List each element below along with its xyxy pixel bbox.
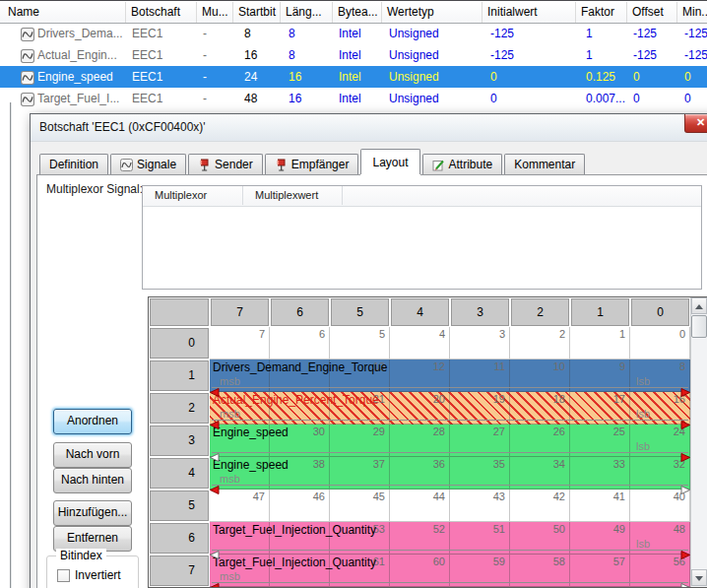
nach-vorn-button[interactable]: Nach vorn <box>53 442 132 468</box>
tab-sender[interactable]: Sender <box>188 154 263 174</box>
bit-number: 20 <box>433 393 445 405</box>
bit-cell[interactable]: 43 <box>450 490 510 522</box>
tab-attribute[interactable]: Attribute <box>422 154 503 174</box>
column-header-botschaft[interactable]: Botschaft <box>126 2 197 23</box>
bit-number: 17 <box>613 393 625 405</box>
grid-row-header: 7 <box>150 555 209 586</box>
bit-cell[interactable]: 42 <box>510 490 570 522</box>
column-header-name[interactable]: Name <box>0 2 126 23</box>
grid-column-header: 2 <box>511 298 569 326</box>
column-header-min[interactable]: Min... <box>677 2 707 23</box>
tab-signale[interactable]: Signale <box>110 154 186 174</box>
scroll-down-button[interactable] <box>691 569 707 586</box>
bit-cell[interactable]: 3 <box>450 327 510 359</box>
cell-botschaft: EEC1 <box>126 66 197 88</box>
hollow-left-marker-icon <box>210 546 220 555</box>
column-header-initialwert[interactable]: Initialwert <box>482 2 576 23</box>
tab-layout[interactable]: Layout <box>360 149 419 174</box>
cell-name: Drivers_Dema... <box>0 23 126 44</box>
tab-kommentar[interactable]: Kommentar <box>504 154 585 174</box>
bit-number: 45 <box>373 490 385 502</box>
nach-hinten-button[interactable]: Nach hinten <box>53 468 132 493</box>
bit-number: 60 <box>433 555 445 567</box>
grid-column-header: 5 <box>331 298 389 326</box>
red-left-marker-icon <box>210 416 220 425</box>
grid-column-header: 0 <box>631 298 689 326</box>
column-header-laenge[interactable]: Läng... <box>281 2 333 23</box>
multiplexor-list[interactable]: Multiplexor Multiplexwert <box>142 185 702 290</box>
column-header-mu[interactable]: Mu... <box>197 2 233 23</box>
tab-definition[interactable]: Definition <box>39 154 108 174</box>
signal-name-label[interactable]: Drivers_Demand_Engine_Torque <box>213 360 387 374</box>
cell-initialwert: 0 <box>482 66 576 88</box>
table-row[interactable]: Actual_Engin...EEC1-168IntelUnsigned-125… <box>0 44 707 66</box>
table-row[interactable]: Target_Fuel_I...EEC1-4816IntelUnsigned00… <box>0 88 707 109</box>
bit-cell[interactable]: 4 <box>390 327 450 359</box>
column-header-faktor[interactable]: Faktor <box>576 2 627 23</box>
table-row[interactable]: Engine_speedEEC1-2416IntelUnsigned00.125… <box>0 66 707 88</box>
column-header-multiplexwert[interactable]: Multiplexwert <box>243 186 343 205</box>
bit-cell[interactable]: 41 <box>570 490 630 522</box>
bit-cell[interactable]: 7 <box>210 327 270 359</box>
signal-name-label[interactable]: Target_Fuel_Injection_Quantity <box>213 555 376 569</box>
signal-extent-line <box>212 582 688 583</box>
cell-wertetyp: Unsigned <box>382 66 482 88</box>
invertiert-checkbox-label[interactable]: Invertiert <box>75 568 121 582</box>
table-row[interactable]: Drivers_Dema...EEC1-88IntelUnsigned-1251… <box>0 23 707 44</box>
tab-label: Signale <box>137 158 176 171</box>
grid-row-drivers_demand_engine_torque[interactable]: 1312111098Drivers_Demand_Engine_Torquems… <box>210 359 690 392</box>
invertiert-checkbox[interactable] <box>57 569 70 582</box>
bit-cell[interactable]: 6 <box>270 327 330 359</box>
column-header-bytea[interactable]: Bytea... <box>333 2 382 23</box>
column-header-offset[interactable]: Offset <box>627 2 677 23</box>
signal-name-label[interactable]: Actual_Engine_Percent_Torque <box>213 393 379 407</box>
signal-name-label[interactable]: Engine_speed <box>213 458 289 472</box>
scrollbar-thumb[interactable] <box>691 315 707 338</box>
cell-botschaft: EEC1 <box>126 44 197 66</box>
grid-row-engine_speed[interactable]: 38373635343332Engine_speedmsb <box>210 457 690 490</box>
bit-cell[interactable]: 44 <box>390 490 450 522</box>
msb-label: msb <box>220 473 240 485</box>
cell-laenge: 16 <box>281 66 333 88</box>
signal-name-label[interactable]: Engine_speed <box>213 425 289 439</box>
scroll-up-button[interactable] <box>691 297 707 314</box>
bit-number: 38 <box>313 458 325 470</box>
bit-cell[interactable]: 2 <box>510 327 570 359</box>
cell-bytea: Intel <box>333 88 382 109</box>
column-header-wertetyp[interactable]: Wertetyp <box>382 2 482 23</box>
bit-number: 29 <box>373 425 385 437</box>
bit-number: 37 <box>373 458 385 470</box>
tab-empfaenger[interactable]: Empfänger <box>265 154 359 174</box>
signal-name-label[interactable]: Target_Fuel_Injection_Quantity <box>213 523 376 537</box>
grid-row-actual_engine_percent_torque[interactable]: 212019181716Actual_Engine_Percent_Torque… <box>210 392 690 425</box>
dialog-titlebar[interactable]: Botschaft 'EEC1 (0xCF00400x)' ✕ <box>31 114 707 142</box>
column-header-startbit[interactable]: Startbit <box>233 2 281 23</box>
grid-row-target_fuel_injection_quantity[interactable]: 535251504948Target_Fuel_Injection_Quanti… <box>210 522 690 555</box>
dialog-title: Botschaft 'EEC1 (0xCF00400x)' <box>39 114 206 141</box>
grid-row-target_fuel_injection_quantity[interactable]: 616059585756Target_Fuel_Injection_Quanti… <box>210 555 690 587</box>
close-button[interactable]: ✕ <box>684 114 707 133</box>
cell-startbit: 8 <box>233 23 281 44</box>
red-left-marker-icon <box>210 481 220 490</box>
arrow-up-icon <box>695 304 703 309</box>
cell-botschaft: EEC1 <box>126 88 197 109</box>
grid-row-empty[interactable]: 76543210 <box>210 327 690 359</box>
cell-laenge: 8 <box>281 23 333 44</box>
bit-number: 57 <box>613 555 625 567</box>
column-header-multiplexor[interactable]: Multiplexor <box>143 186 243 205</box>
grid-row-empty[interactable]: 4746454443424140 <box>210 490 690 522</box>
grid-row-engine_speed[interactable]: 30292827262524Engine_speedlsb <box>210 425 690 457</box>
anordnen-button[interactable]: Anordnen <box>53 409 132 434</box>
bit-cell[interactable]: 5 <box>330 327 390 359</box>
bit-cell[interactable]: 46 <box>270 490 330 522</box>
bit-number: 50 <box>553 523 565 535</box>
bit-cell[interactable]: 0 <box>630 327 690 359</box>
grid-column-header: 4 <box>391 298 449 326</box>
cell-offset: -125 <box>627 44 677 66</box>
bit-cell[interactable]: 45 <box>330 490 390 522</box>
cell-min: -125 <box>677 23 707 44</box>
hinzufuegen-button[interactable]: Hinzufügen... <box>53 500 132 526</box>
grid-vertical-scrollbar[interactable] <box>690 297 707 587</box>
bit-cell[interactable]: 1 <box>570 327 630 359</box>
red-pin-icon <box>275 159 288 171</box>
